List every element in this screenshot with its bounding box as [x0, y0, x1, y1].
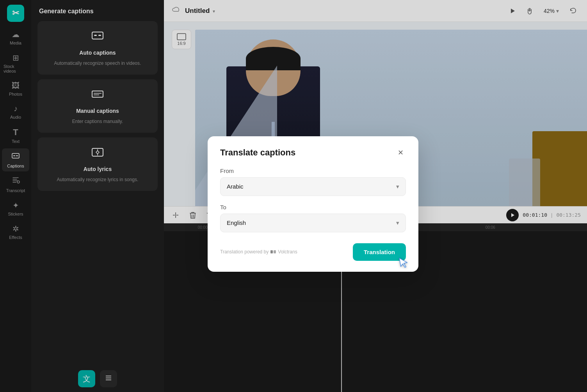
- translation-btn-wrapper: Translation: [353, 243, 406, 261]
- to-label: To: [220, 204, 406, 210]
- volctrans-logo-icon: [270, 249, 276, 255]
- modal-title: Translate captions: [220, 148, 295, 158]
- app-container: ✂ ☁ Media ⊞ Stock videos 🖼 Photos ♪ Audi…: [0, 0, 587, 392]
- cursor-pointer-icon: [398, 255, 411, 272]
- modal-header: Translate captions ✕: [220, 147, 406, 158]
- to-chevron-icon: ▾: [396, 219, 399, 226]
- from-language-value: Arabic: [227, 183, 244, 190]
- from-label: From: [220, 167, 406, 174]
- from-language-group: From Arabic ▾: [220, 167, 406, 196]
- to-language-select[interactable]: English ▾: [220, 214, 406, 232]
- close-icon: ✕: [398, 148, 404, 157]
- to-language-group: To English ▾: [220, 204, 406, 232]
- modal-close-btn[interactable]: ✕: [395, 147, 406, 158]
- svg-rect-26: [274, 250, 276, 253]
- from-language-select[interactable]: Arabic ▾: [220, 177, 406, 196]
- svg-rect-25: [270, 250, 273, 253]
- provider-name: Volctrans: [278, 249, 297, 255]
- powered-by-text: Translation powered by Volctrans: [220, 249, 297, 255]
- translate-captions-modal: Translate captions ✕ From Arabic ▾ To En…: [208, 136, 418, 272]
- from-chevron-icon: ▾: [396, 183, 399, 190]
- modal-overlay: Translate captions ✕ From Arabic ▾ To En…: [0, 0, 587, 392]
- modal-footer: Translation powered by Volctrans Transla…: [220, 243, 406, 261]
- to-language-value: English: [227, 219, 246, 226]
- powered-by-label: Translation powered by: [220, 249, 269, 255]
